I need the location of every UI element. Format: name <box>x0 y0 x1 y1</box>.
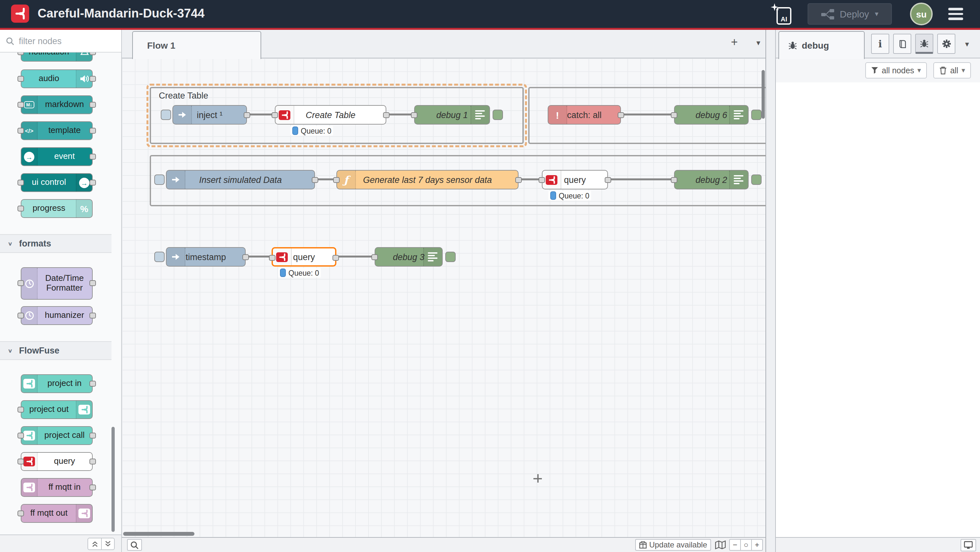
port-icon[interactable] <box>515 177 522 183</box>
debug-clear-button[interactable]: all ▾ <box>933 62 971 78</box>
port-icon[interactable] <box>383 112 390 118</box>
port-icon[interactable] <box>89 179 96 185</box>
sidebar-splitter[interactable] <box>765 30 776 552</box>
port-icon[interactable] <box>89 458 96 464</box>
port-icon[interactable] <box>618 112 624 118</box>
sidebar-info-button[interactable]: i <box>871 34 889 54</box>
port-icon[interactable] <box>89 128 96 133</box>
port-icon[interactable] <box>18 76 24 81</box>
port-icon[interactable] <box>244 112 250 118</box>
debug-toggle-button[interactable] <box>445 252 456 262</box>
sidebar-tab-debug[interactable]: debug <box>778 31 865 59</box>
debug-filter-button[interactable]: all nodes ▾ <box>865 62 927 78</box>
inject-trigger-button[interactable] <box>161 110 171 120</box>
palette-node-ff-mqtt-in[interactable]: ff mqtt in <box>21 478 93 497</box>
port-icon[interactable] <box>89 312 96 318</box>
port-icon[interactable] <box>89 53 96 55</box>
node-timestamp[interactable]: timestamp <box>166 247 246 266</box>
node-insert-simulated-data[interactable]: Insert simulated Data <box>166 170 315 190</box>
sidebar-config-button[interactable] <box>937 34 955 54</box>
port-icon[interactable] <box>242 254 249 260</box>
port-icon[interactable] <box>89 102 96 107</box>
filter-nodes-input[interactable] <box>19 36 103 46</box>
port-icon[interactable] <box>18 432 24 438</box>
port-icon[interactable] <box>18 53 24 55</box>
canvas-horizontal-scrollbar[interactable] <box>123 532 194 536</box>
update-available-button[interactable]: Update available <box>635 539 711 551</box>
deploy-caret-icon[interactable]: ▾ <box>875 10 878 18</box>
palette-node-notification[interactable]: notification <box>21 53 93 62</box>
port-icon[interactable] <box>411 112 417 118</box>
wire[interactable] <box>608 179 674 180</box>
palette-node-query[interactable]: query <box>21 452 93 471</box>
port-icon[interactable] <box>18 510 24 516</box>
port-icon[interactable] <box>89 380 96 386</box>
port-icon[interactable] <box>333 177 340 183</box>
menu-icon[interactable] <box>948 8 963 22</box>
sidebar-tabs-caret-icon[interactable]: ▾ <box>965 39 969 48</box>
port-icon[interactable] <box>371 254 378 260</box>
tab-flow-1[interactable]: Flow 1 <box>132 31 261 59</box>
port-icon[interactable] <box>89 76 96 81</box>
zoom-in-button[interactable]: + <box>751 539 763 551</box>
port-icon[interactable] <box>272 112 278 118</box>
port-icon[interactable] <box>671 112 677 118</box>
palette-node-template[interactable]: </> template <box>21 121 93 140</box>
node-generate-sensor-data[interactable]: ƒ Generate last 7 days sensor data <box>336 170 519 190</box>
canvas-vertical-scrollbar[interactable] <box>762 70 765 119</box>
port-icon[interactable] <box>671 177 677 183</box>
node-query-3-selected[interactable]: query <box>272 247 336 266</box>
zoom-out-button[interactable]: − <box>729 539 741 551</box>
flow-canvas[interactable]: Create Table inject ¹ Create Table <box>122 58 765 537</box>
wire[interactable] <box>621 113 674 115</box>
wire[interactable] <box>386 113 414 115</box>
node-debug-1[interactable]: debug 1 <box>414 105 490 124</box>
port-icon[interactable] <box>18 102 24 107</box>
palette-node-humanizer[interactable]: humanizer <box>21 306 93 325</box>
palette-section-flowfuse[interactable]: ∨ FlowFuse <box>0 341 111 360</box>
palette-node-ui-control[interactable]: ui control → <box>21 173 93 192</box>
debug-toggle-button[interactable] <box>751 174 762 185</box>
node-debug-6[interactable]: debug 6 <box>674 105 749 124</box>
canvas-search-button[interactable] <box>127 539 142 551</box>
palette-node-event[interactable]: → event <box>21 147 93 166</box>
palette-node-project-call[interactable]: project call <box>21 426 93 445</box>
port-icon[interactable] <box>89 484 96 490</box>
ai-assistant-button[interactable]: AI <box>771 3 791 25</box>
debug-toggle-button[interactable] <box>751 110 762 120</box>
add-flow-button[interactable]: + <box>727 36 742 49</box>
port-icon[interactable] <box>89 432 96 438</box>
port-icon[interactable] <box>18 458 24 464</box>
wire[interactable] <box>336 255 375 257</box>
palette-node-project-in[interactable]: project in <box>21 374 93 393</box>
palette-node-audio[interactable]: audio <box>21 69 93 88</box>
open-dashboard-button[interactable] <box>961 539 976 551</box>
port-icon[interactable] <box>18 406 24 412</box>
node-catch-all[interactable]: ! catch: all <box>548 105 621 124</box>
port-icon[interactable] <box>18 128 24 133</box>
port-icon[interactable] <box>18 179 24 185</box>
palette-node-markdown[interactable]: M↓ markdown <box>21 95 93 114</box>
node-debug-2[interactable]: debug 2 <box>674 170 749 190</box>
port-icon[interactable] <box>18 280 24 286</box>
port-icon[interactable] <box>539 177 545 183</box>
port-icon[interactable] <box>605 177 611 183</box>
collapse-all-button[interactable] <box>88 538 101 550</box>
port-icon[interactable] <box>18 205 24 211</box>
wire[interactable] <box>247 113 275 115</box>
avatar[interactable]: su <box>910 3 933 25</box>
palette-node-ff-mqtt-out[interactable]: ff mqtt out <box>21 504 93 523</box>
node-create-table[interactable]: Create Table <box>275 105 386 124</box>
palette-section-formats[interactable]: ∨ formats <box>0 234 111 253</box>
inject-trigger-button[interactable] <box>154 252 165 262</box>
palette-node-progress[interactable]: progress % <box>21 199 93 218</box>
port-icon[interactable] <box>269 255 275 261</box>
node-query-2[interactable]: query <box>542 170 608 190</box>
zoom-reset-button[interactable]: ○ <box>740 539 752 551</box>
navigator-map-icon[interactable] <box>715 540 726 549</box>
port-icon[interactable] <box>312 177 318 183</box>
deploy-button[interactable]: Deploy ▾ <box>808 3 892 25</box>
node-debug-3[interactable]: debug 3 <box>375 247 443 266</box>
inject-trigger-button[interactable] <box>154 174 165 185</box>
wire[interactable] <box>246 255 272 257</box>
